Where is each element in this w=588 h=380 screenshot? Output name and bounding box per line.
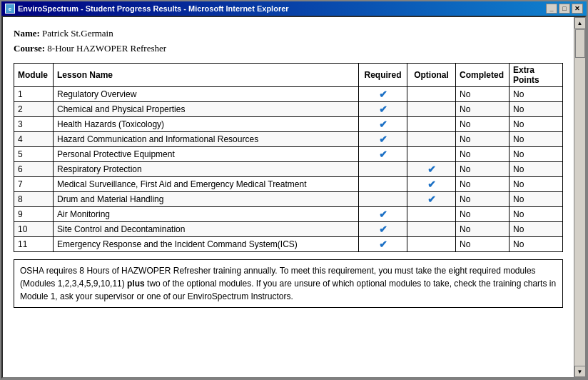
cell-optional	[407, 207, 456, 222]
cell-module: 5	[14, 147, 54, 162]
cell-extra: No	[510, 102, 563, 117]
col-header-extra: Extra Points	[510, 64, 563, 87]
cell-completed: No	[456, 162, 510, 177]
table-row: 6Respiratory Protection✔NoNo	[14, 162, 563, 177]
cell-extra: No	[510, 237, 563, 252]
cell-required: ✔	[359, 87, 407, 102]
scroll-thumb[interactable]	[575, 29, 585, 58]
checkmark-required: ✔	[379, 119, 387, 130]
cell-extra: No	[510, 177, 563, 192]
cell-lesson: Air Monitoring	[54, 207, 359, 222]
cell-completed: No	[456, 87, 510, 102]
checkmark-required: ✔	[379, 134, 387, 145]
cell-module: 4	[14, 132, 54, 147]
cell-extra: No	[510, 132, 563, 147]
col-header-optional: Optional	[407, 64, 456, 87]
cell-completed: No	[456, 147, 510, 162]
cell-completed: No	[456, 237, 510, 252]
cell-required: ✔	[359, 132, 407, 147]
checkmark-required: ✔	[379, 89, 387, 100]
student-name: Patrick St.Germain	[42, 28, 113, 39]
scroll-up-button[interactable]: ▲	[574, 17, 586, 29]
cell-lesson: Chemical and Physical Properties	[54, 102, 359, 117]
cell-module: 3	[14, 117, 54, 132]
cell-module: 9	[14, 207, 54, 222]
cell-required: ✔	[359, 237, 407, 252]
table-row: 5Personal Protective Equipment✔NoNo	[14, 147, 563, 162]
cell-required: ✔	[359, 102, 407, 117]
checkmark-required: ✔	[379, 224, 387, 235]
title-bar-controls[interactable]: _ □ ✕	[546, 4, 583, 14]
cell-required: ✔	[359, 117, 407, 132]
cell-optional	[407, 222, 456, 237]
scroll-container: Name: Patrick St.Germain Course: 8-Hour …	[3, 17, 585, 377]
table-header-row: Module Lesson Name Required Optional Com…	[14, 64, 563, 87]
content-area: Name: Patrick St.Germain Course: 8-Hour …	[1, 16, 587, 379]
table-row: 10Site Control and Decontamination✔NoNo	[14, 222, 563, 237]
cell-lesson: Health Hazards (Toxicology)	[54, 117, 359, 132]
minimize-button[interactable]: _	[546, 4, 557, 14]
footer-bold-text: plus	[127, 279, 145, 289]
checkmark-required: ✔	[379, 209, 387, 220]
cell-lesson: Personal Protective Equipment	[54, 147, 359, 162]
maximize-button[interactable]: □	[559, 4, 570, 14]
col-header-required: Required	[359, 64, 407, 87]
window-title: EnviroSpectrum - Student Progress Result…	[18, 4, 289, 13]
table-row: 11Emergency Response and the Incident Co…	[14, 237, 563, 252]
scroll-track	[574, 29, 585, 366]
name-label: Name:	[14, 28, 42, 39]
scrollbar[interactable]: ▲ ▼	[574, 17, 585, 377]
cell-module: 1	[14, 87, 54, 102]
table-row: 2Chemical and Physical Properties✔NoNo	[14, 102, 563, 117]
scroll-down-button[interactable]: ▼	[574, 366, 586, 377]
student-name-line: Name: Patrick St.Germain	[14, 28, 563, 39]
checkmark-required: ✔	[379, 104, 387, 115]
cell-lesson: Regulatory Overview	[54, 87, 359, 102]
cell-completed: No	[456, 117, 510, 132]
footer-note: OSHA requires 8 Hours of HAZWOPER Refres…	[14, 259, 563, 308]
cell-optional	[407, 102, 456, 117]
title-bar: e EnviroSpectrum - Student Progress Resu…	[1, 1, 587, 16]
cell-required: ✔	[359, 222, 407, 237]
title-bar-left: e EnviroSpectrum - Student Progress Resu…	[5, 4, 289, 14]
cell-extra: No	[510, 162, 563, 177]
cell-completed: No	[456, 192, 510, 207]
course-label: Course:	[14, 43, 47, 54]
cell-completed: No	[456, 102, 510, 117]
col-header-module: Module	[14, 64, 54, 87]
table-row: 4Hazard Communication and Informational …	[14, 132, 563, 147]
cell-extra: No	[510, 207, 563, 222]
cell-required	[359, 177, 407, 192]
cell-extra: No	[510, 222, 563, 237]
main-content: Name: Patrick St.Germain Course: 8-Hour …	[3, 17, 574, 377]
cell-lesson: Respiratory Protection	[54, 162, 359, 177]
cell-optional	[407, 147, 456, 162]
cell-required: ✔	[359, 147, 407, 162]
cell-module: 8	[14, 192, 54, 207]
close-button[interactable]: ✕	[572, 4, 583, 14]
cell-required: ✔	[359, 207, 407, 222]
cell-module: 2	[14, 102, 54, 117]
cell-module: 10	[14, 222, 54, 237]
table-row: 3Health Hazards (Toxicology)✔NoNo	[14, 117, 563, 132]
cell-optional: ✔	[407, 162, 456, 177]
cell-optional	[407, 237, 456, 252]
cell-lesson: Emergency Response and the Incident Comm…	[54, 237, 359, 252]
browser-window: e EnviroSpectrum - Student Progress Resu…	[0, 0, 588, 380]
col-header-lesson: Lesson Name	[54, 64, 359, 87]
course-name: 8-Hour HAZWOPER Refresher	[47, 43, 166, 54]
table-row: 9Air Monitoring✔NoNo	[14, 207, 563, 222]
cell-optional: ✔	[407, 192, 456, 207]
cell-extra: No	[510, 117, 563, 132]
table-row: 8Drum and Material Handling✔NoNo	[14, 192, 563, 207]
cell-optional	[407, 117, 456, 132]
cell-extra: No	[510, 192, 563, 207]
progress-table: Module Lesson Name Required Optional Com…	[14, 63, 563, 252]
cell-module: 11	[14, 237, 54, 252]
cell-lesson: Drum and Material Handling	[54, 192, 359, 207]
cell-extra: No	[510, 87, 563, 102]
checkmark-optional: ✔	[427, 194, 436, 205]
checkmark-optional: ✔	[427, 179, 436, 190]
cell-required	[359, 192, 407, 207]
checkmark-optional: ✔	[427, 164, 436, 175]
